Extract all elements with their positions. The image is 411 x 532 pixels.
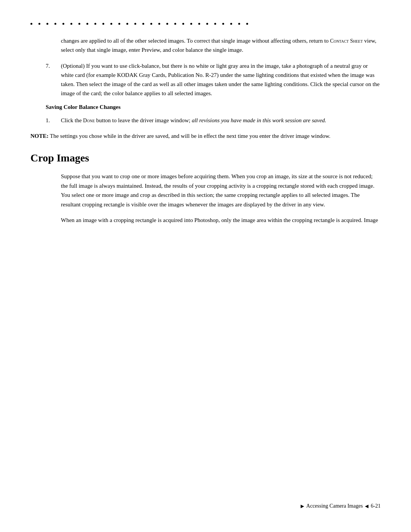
decorative-dot: [54, 23, 56, 25]
decorative-dot: [142, 23, 144, 25]
intro-paragraph-block: changes are applied to all of the other …: [0, 36, 411, 54]
decorative-dot: [126, 23, 128, 25]
list-item-saving-1: 1. Click the Done button to leave the dr…: [0, 116, 411, 125]
item-number-7: 7.: [46, 61, 61, 98]
decorative-dot: [198, 23, 200, 25]
footer-arrow-right-icon: ▶: [301, 503, 304, 509]
saving-heading: Saving Color Balance Changes: [0, 104, 411, 110]
decorative-dot: [94, 23, 96, 25]
decorative-dot: [182, 23, 184, 25]
crop-paragraph-1-block: Suppose that you want to crop one or mor…: [0, 172, 411, 209]
list-item-7: 7. (Optional) If you want to use click-b…: [0, 61, 411, 98]
decorative-dot: [246, 23, 248, 25]
decorative-dot: [222, 23, 224, 25]
decorative-dot: [110, 23, 112, 25]
decorative-dot: [30, 23, 32, 25]
item-number-saving-1: 1.: [46, 116, 61, 125]
decorative-dot: [166, 23, 168, 25]
decorative-dot: [206, 23, 208, 25]
decorative-dot: [46, 23, 48, 25]
decorative-dot: [118, 23, 120, 25]
decorative-dot: [238, 23, 240, 25]
item-content-7: (Optional) If you want to use click-bala…: [61, 61, 381, 98]
decorative-dot: [230, 23, 232, 25]
page-footer: ▶ Accessing Camera Images ◀ 6-21: [301, 503, 381, 509]
done-word: Done: [83, 118, 95, 123]
decorative-dot: [174, 23, 176, 25]
crop-images-heading: Crop Images: [0, 152, 411, 164]
decorative-dot: [70, 23, 72, 25]
decorative-dot: [150, 23, 152, 25]
crop-paragraph-2-block: When an image with a cropping rectangle …: [0, 216, 411, 225]
decorative-dot: [38, 23, 40, 25]
decorative-dot: [102, 23, 104, 25]
saving-italic-text: all revisions you have made in this work…: [192, 117, 326, 123]
decorative-dot: [86, 23, 88, 25]
saving-text-before: Click the: [61, 117, 83, 123]
footer-arrow-left-icon: ◀: [365, 503, 368, 509]
decorative-dot: [78, 23, 80, 25]
page: changes are applied to all of the other …: [0, 0, 411, 532]
note-label: NOTE:: [30, 133, 49, 139]
note-body: The settings you chose while in the driv…: [49, 133, 331, 139]
decorative-dot: [190, 23, 192, 25]
crop-paragraph-2-text: When an image with a cropping rectangle …: [61, 216, 381, 225]
item-content-saving-1: Click the Done button to leave the drive…: [61, 116, 381, 125]
intro-text: changes are applied to all of the other …: [61, 36, 381, 54]
decorative-dots-row: [0, 23, 411, 25]
crop-paragraph-1-text: Suppose that you want to crop one or mor…: [61, 172, 381, 209]
decorative-dot: [158, 23, 160, 25]
decorative-dot: [62, 23, 64, 25]
note-block: NOTE: The settings you chose while in th…: [0, 131, 411, 141]
saving-text-middle: button to leave the driver image window;: [95, 117, 192, 123]
footer-section-name: Accessing Camera Images: [306, 503, 363, 509]
decorative-dot: [134, 23, 136, 25]
footer-page-number: 6-21: [371, 503, 381, 509]
note-text: NOTE: The settings you chose while in th…: [30, 131, 381, 141]
decorative-dot: [214, 23, 216, 25]
